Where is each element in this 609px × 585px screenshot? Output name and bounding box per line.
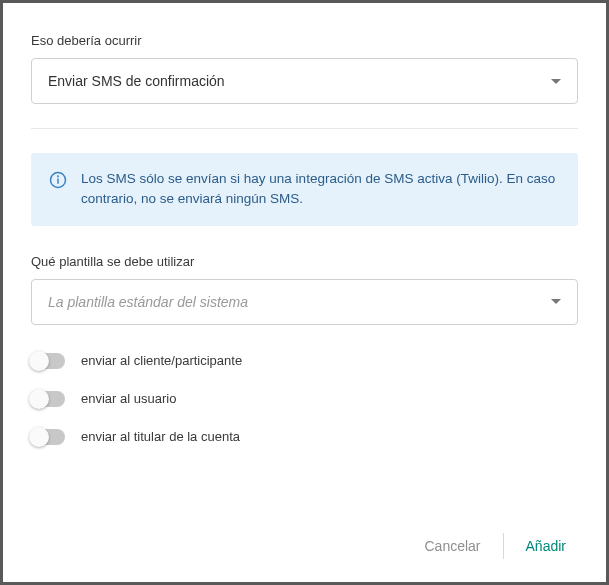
action-label: Eso debería ocurrir [31,33,578,48]
toggle-knob [29,427,49,447]
chevron-down-icon [551,79,561,84]
footer-divider [503,533,504,559]
toggles-section: enviar al cliente/participante enviar al… [31,353,578,445]
toggle-knob [29,389,49,409]
toggle-send-client[interactable] [31,353,65,369]
info-text: Los SMS sólo se envían si hay una integr… [81,169,560,210]
toggle-account-label: enviar al titular de la cuenta [81,429,240,444]
toggle-knob [29,351,49,371]
toggle-send-account[interactable] [31,429,65,445]
add-button[interactable]: Añadir [510,528,582,564]
svg-point-2 [58,176,59,177]
toggle-row-account: enviar al titular de la cuenta [31,429,578,445]
section-divider [31,128,578,129]
chevron-down-icon [551,299,561,304]
action-selected-value: Enviar SMS de confirmación [48,73,225,89]
template-placeholder: La plantilla estándar del sistema [48,294,248,310]
toggle-user-label: enviar al usuario [81,391,176,406]
toggle-client-label: enviar al cliente/participante [81,353,242,368]
info-icon [49,169,67,193]
info-notice: Los SMS sólo se envían si hay una integr… [31,153,578,226]
modal-body: Eso debería ocurrir Enviar SMS de confir… [3,3,606,510]
toggle-row-client: enviar al cliente/participante [31,353,578,369]
modal-dialog: Eso debería ocurrir Enviar SMS de confir… [3,3,606,582]
toggle-row-user: enviar al usuario [31,391,578,407]
modal-footer: Cancelar Añadir [3,510,606,582]
toggle-send-user[interactable] [31,391,65,407]
template-dropdown[interactable]: La plantilla estándar del sistema [31,279,578,325]
template-label: Qué plantilla se debe utilizar [31,254,578,269]
action-dropdown[interactable]: Enviar SMS de confirmación [31,58,578,104]
cancel-button[interactable]: Cancelar [409,528,497,564]
